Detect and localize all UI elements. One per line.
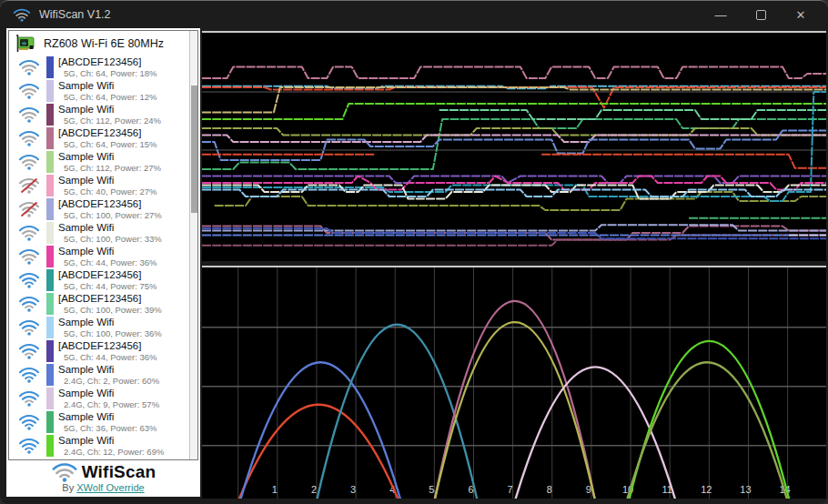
network-color-swatch <box>46 317 54 338</box>
network-name: [ABCDEF123456] <box>58 198 162 210</box>
network-item[interactable]: Sample Wifi 2.4G, Ch: 12, Power: 69% <box>9 434 189 458</box>
network-color-swatch <box>46 56 54 78</box>
network-color-swatch <box>46 104 54 126</box>
footer-byline: By XWolf Override <box>6 482 200 493</box>
svg-text:3: 3 <box>350 484 356 495</box>
footer-logo-icon <box>51 462 78 482</box>
signal-history-chart <box>202 31 826 261</box>
network-details: 5G, Ch: 100, Power: 39% <box>64 305 162 315</box>
network-name: [ABCDEF123456] <box>58 127 157 139</box>
network-item[interactable]: Sample Wifi 5G, Ch: 100, Power: 36% <box>9 316 189 339</box>
app-window: WifiScan V1.2 — ✕ RZ608 Wi-Fi 6E 80MHz <box>0 0 828 504</box>
network-listbox: RZ608 Wi-Fi 6E 80MHz [ABCDEF123456] 5G, … <box>8 30 198 460</box>
network-color-swatch <box>46 127 54 149</box>
wifi-signal-icon <box>18 438 40 454</box>
svg-text:8: 8 <box>547 484 552 495</box>
network-color-swatch <box>46 388 54 409</box>
network-item[interactable]: [ABCDEF123456] 5G, Ch: 64, Power: 15% <box>9 126 189 150</box>
network-details: 5G, Ch: 36, Power: 63% <box>64 423 157 433</box>
network-item[interactable]: Sample Wifi 5G, Ch: 112, Power: 24% <box>9 103 189 126</box>
network-item[interactable]: Sample Wifi 5G, Ch: 44, Power: 36% <box>9 245 189 268</box>
network-details: 5G, Ch: 112, Power: 27% <box>64 163 161 173</box>
network-details: 5G, Ch: 64, Power: 18% <box>64 68 157 78</box>
network-details: 5G, Ch: 44, Power: 75% <box>64 281 157 291</box>
network-details: 5G, Ch: 100, Power: 36% <box>64 328 162 338</box>
author-link[interactable]: XWolf Override <box>76 482 144 493</box>
wifi-signal-icon <box>18 319 40 336</box>
wifi-signal-icon <box>18 248 40 265</box>
network-item[interactable]: [ABCDEF123456] 5G, Ch: 44, Power: 75% <box>9 268 189 292</box>
network-name: [ABCDEF123456] <box>58 340 157 352</box>
wifi-signal-icon <box>18 83 40 99</box>
scrollbar-thumb[interactable] <box>191 86 197 213</box>
network-name: [ABCDEF123456] <box>58 56 157 68</box>
sidebar-footer: WifiScan By XWolf Override <box>6 460 200 497</box>
wifi-signal-icon <box>18 130 40 146</box>
network-details: 5G, Ch: 64, Power: 15% <box>64 139 157 149</box>
network-item[interactable]: [ABCDEF123456] 5G, Ch: 64, Power: 18% <box>9 55 189 79</box>
maximize-button[interactable] <box>741 1 781 28</box>
network-adapter-icon <box>15 35 36 53</box>
network-color-swatch <box>46 80 54 102</box>
network-details: 2.4G, Ch: 2, Power: 60% <box>64 376 159 386</box>
footer-app-name: WifiScan <box>82 462 157 482</box>
network-details: 5G, Ch: 100, Power: 33% <box>64 234 162 244</box>
network-color-swatch <box>46 269 54 291</box>
adapter-row[interactable]: RZ608 Wi-Fi 6E 80MHz <box>9 31 197 55</box>
window-controls: — ✕ <box>701 1 821 28</box>
minimize-button[interactable]: — <box>701 1 741 28</box>
network-color-swatch <box>46 222 54 244</box>
network-details: 5G, Ch: 112, Power: 24% <box>64 116 161 126</box>
network-name: Sample Wifi <box>58 364 159 376</box>
network-item[interactable]: Sample Wifi 5G, Ch: 36, Power: 63% <box>9 410 189 434</box>
close-button[interactable]: ✕ <box>781 1 821 28</box>
network-item[interactable]: [ABCDEF123456] 5G, Ch: 44, Power: 36% <box>9 339 189 363</box>
byline-prefix: By <box>62 482 74 493</box>
network-color-swatch <box>46 175 54 197</box>
network-name: Sample Wifi <box>58 411 157 423</box>
title-bar: WifiScan V1.2 — ✕ <box>0 1 828 28</box>
network-name: Sample Wifi <box>58 104 161 116</box>
network-color-swatch <box>46 435 54 457</box>
network-details: 5G, Ch: 100, Power: 27% <box>64 210 162 220</box>
network-item[interactable]: [ABCDEF123456] 5G, Ch: 100, Power: 39% <box>9 292 189 316</box>
network-details: 5G, Ch: 64, Power: 12% <box>64 92 157 102</box>
network-details: 5G, Ch: 40, Power: 27% <box>64 186 157 197</box>
network-color-swatch <box>46 340 54 362</box>
wifi-signal-icon <box>18 154 40 170</box>
network-color-swatch <box>46 246 54 267</box>
network-item[interactable]: Sample Wifi 2.4G, Ch: 9, Power: 57% <box>9 387 189 410</box>
wifi-signal-icon <box>18 59 40 76</box>
network-name: [ABCDEF123456] <box>58 293 162 305</box>
network-item[interactable]: Sample Wifi 5G, Ch: 112, Power: 27% <box>9 150 189 174</box>
wifi-signal-icon <box>18 414 40 430</box>
svg-text:7: 7 <box>508 484 513 495</box>
network-name: Sample Wifi <box>58 222 162 234</box>
network-name: Sample Wifi <box>58 175 157 186</box>
network-color-swatch <box>46 198 54 220</box>
wifi-signal-icon <box>18 272 40 288</box>
network-item[interactable]: Sample Wifi 2.4G, Ch: 2, Power: 60% <box>9 363 189 387</box>
network-details: 5G, Ch: 44, Power: 36% <box>64 352 157 362</box>
network-name: Sample Wifi <box>58 317 162 328</box>
network-name: Sample Wifi <box>58 435 164 447</box>
wifi-signal-icon <box>18 106 40 123</box>
sidebar: RZ608 Wi-Fi 6E 80MHz [ABCDEF123456] 5G, … <box>6 28 200 497</box>
scrollbar[interactable] <box>189 31 197 459</box>
network-color-swatch <box>46 411 54 433</box>
network-item[interactable]: Sample Wifi 5G, Ch: 100, Power: 33% <box>9 221 189 245</box>
wifi-signal-icon <box>18 343 40 359</box>
network-item[interactable]: Sample Wifi 5G, Ch: 64, Power: 12% <box>9 79 189 103</box>
network-name: Sample Wifi <box>58 80 157 92</box>
network-item[interactable]: Sample Wifi 5G, Ch: 40, Power: 27% <box>9 174 189 197</box>
svg-text:12: 12 <box>701 484 712 495</box>
wifi-signal-icon <box>18 177 40 194</box>
network-name: Sample Wifi <box>58 246 157 257</box>
network-color-swatch <box>46 293 54 315</box>
network-color-swatch <box>46 151 54 173</box>
app-logo-icon <box>13 8 31 22</box>
wifi-signal-icon <box>18 390 40 407</box>
network-item[interactable]: [ABCDEF123456] 5G, Ch: 100, Power: 27% <box>9 197 189 221</box>
channel-spectrum-chart: 1234567891011121314 <box>202 266 826 499</box>
adapter-name: RZ608 Wi-Fi 6E 80MHz <box>44 37 164 50</box>
